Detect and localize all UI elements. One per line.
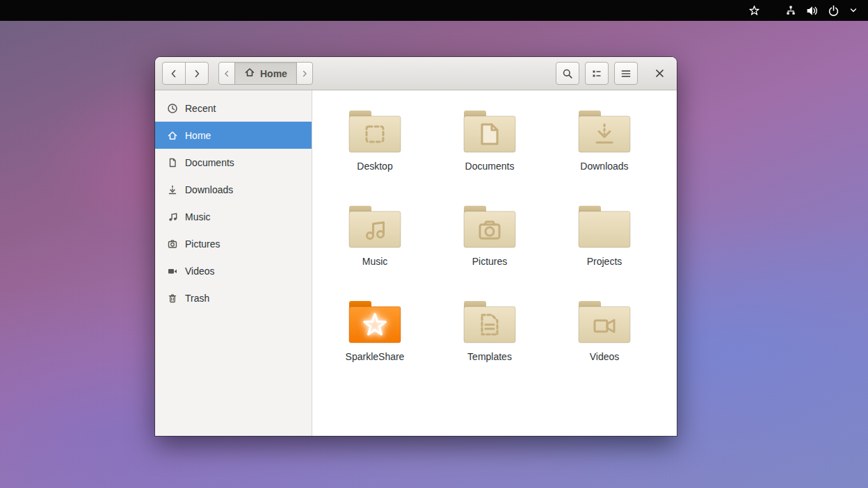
sidebar-item-label: Documents — [185, 157, 234, 168]
files-window: Home — [155, 57, 677, 436]
view-list-button[interactable] — [585, 62, 609, 85]
folder-documents-icon — [458, 108, 521, 156]
file-item-sparkleshare[interactable]: SparkleShare — [323, 298, 427, 378]
window-content: Recent Home — [155, 90, 677, 436]
back-button[interactable] — [162, 62, 186, 85]
file-grid: Desktop Documents — [312, 90, 677, 436]
headerbar: Home — [155, 57, 677, 90]
folder-pictures-icon — [458, 203, 521, 252]
file-label: Videos — [590, 351, 620, 362]
folder-projects-icon — [573, 203, 636, 252]
path-bar: Home — [218, 62, 313, 85]
file-item-templates[interactable]: Templates — [437, 298, 542, 378]
sidebar-item-label: Recent — [185, 103, 216, 114]
file-label: Documents — [465, 161, 515, 172]
nav-buttons — [162, 62, 209, 85]
file-label: SparkleShare — [346, 351, 405, 362]
file-label: Projects — [587, 256, 622, 267]
sidebar-item-label: Trash — [185, 293, 209, 304]
close-button[interactable] — [649, 62, 670, 85]
home-icon — [167, 130, 178, 141]
sidebar-item-pictures[interactable]: Pictures — [155, 230, 312, 257]
recent-clock-icon — [167, 103, 178, 114]
power-icon — [823, 0, 844, 21]
folder-downloads-icon — [573, 108, 636, 156]
search-icon — [562, 68, 573, 79]
file-item-documents[interactable]: Documents — [437, 108, 542, 188]
close-icon — [654, 68, 665, 79]
file-item-desktop[interactable]: Desktop — [323, 108, 427, 188]
sidebar-item-label: Home — [185, 130, 211, 141]
sidebar-item-documents[interactable]: Documents — [155, 149, 312, 176]
forward-button[interactable] — [185, 62, 209, 85]
sidebar-item-home[interactable]: Home — [155, 122, 312, 149]
sidebar-item-recent[interactable]: Recent — [155, 95, 312, 122]
file-item-downloads[interactable]: Downloads — [552, 108, 657, 188]
breadcrumb-home[interactable]: Home — [234, 62, 297, 85]
volume-icon — [801, 0, 823, 21]
breadcrumb-label: Home — [260, 68, 287, 79]
file-item-videos[interactable]: Videos — [552, 298, 657, 378]
favorites-star-icon[interactable] — [744, 0, 765, 21]
file-label: Desktop — [357, 161, 392, 172]
trash-icon — [167, 293, 178, 304]
video-camera-icon — [167, 266, 178, 277]
network-share-icon — [780, 0, 801, 21]
home-icon — [244, 67, 255, 80]
file-label: Pictures — [472, 256, 508, 267]
music-note-icon — [167, 211, 178, 222]
chevron-down-icon — [844, 0, 862, 21]
sidebar-item-label: Pictures — [185, 238, 220, 250]
sidebar-item-trash[interactable]: Trash — [155, 284, 312, 311]
sidebar-item-music[interactable]: Music — [155, 203, 312, 230]
file-label: Templates — [467, 351, 512, 362]
folder-desktop-icon — [344, 108, 406, 156]
menu-button[interactable] — [614, 62, 638, 85]
desktop-wallpaper: Home — [0, 0, 868, 488]
sidebar-item-label: Downloads — [185, 184, 233, 195]
sidebar-item-label: Videos — [185, 266, 215, 277]
file-item-music[interactable]: Music — [323, 203, 427, 283]
path-next-button[interactable] — [296, 62, 313, 85]
file-item-projects[interactable]: Projects — [552, 203, 657, 283]
folder-music-icon — [344, 203, 406, 252]
camera-icon — [167, 238, 178, 250]
folder-templates-icon — [458, 298, 521, 347]
search-button[interactable] — [556, 62, 579, 85]
file-label: Music — [362, 256, 388, 267]
headerbar-actions — [550, 62, 670, 85]
file-label: Downloads — [580, 161, 628, 172]
sidebar-item-downloads[interactable]: Downloads — [155, 176, 312, 203]
sidebar-item-videos[interactable]: Videos — [155, 257, 312, 284]
file-item-pictures[interactable]: Pictures — [437, 203, 542, 283]
places-sidebar: Recent Home — [155, 90, 312, 436]
system-status-area[interactable] — [780, 0, 862, 21]
hamburger-menu-icon — [620, 68, 632, 79]
folder-sparkleshare-icon — [344, 298, 406, 347]
document-icon — [167, 157, 178, 168]
view-list-icon — [591, 68, 602, 79]
gnome-top-bar — [0, 0, 868, 21]
path-previous-button[interactable] — [218, 62, 235, 85]
download-icon — [167, 184, 178, 195]
folder-videos-icon — [573, 298, 636, 347]
sidebar-item-label: Music — [185, 211, 211, 222]
